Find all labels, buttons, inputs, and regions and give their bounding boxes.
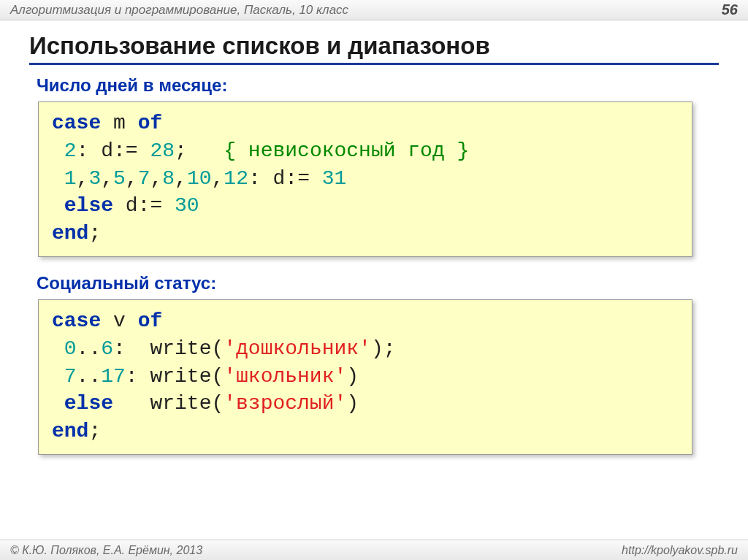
- slide-header: Алгоритмизация и программирование, Паска…: [0, 0, 748, 20]
- title-underline: [29, 63, 719, 65]
- breadcrumb: Алгоритмизация и программирование, Паска…: [10, 3, 348, 18]
- section2-heading: Социальный статус:: [37, 273, 719, 294]
- slide-title: Использование списков и диапазонов: [29, 32, 719, 60]
- code-line: 7..17: write('школьник'): [52, 363, 679, 391]
- code-line: else write('взрослый'): [52, 390, 679, 418]
- code-line: case m of: [52, 110, 679, 137]
- code-line: end;: [52, 220, 679, 248]
- code-line: case v of: [52, 307, 679, 335]
- code-line: 2: d:= 28; { невисокосный год }: [52, 137, 679, 165]
- code-line: end;: [52, 418, 679, 445]
- section1-heading: Число дней в месяце:: [37, 75, 719, 96]
- page-number: 56: [722, 1, 738, 18]
- codebox-days-in-month: case m of 2: d:= 28; { невисокосный год …: [38, 101, 692, 257]
- footer-url: http://kpolyakov.spb.ru: [622, 544, 738, 557]
- code-line: else d:= 30: [52, 192, 679, 220]
- code-line: 1,3,5,7,8,10,12: d:= 31: [52, 165, 679, 193]
- slide-footer: © К.Ю. Поляков, Е.А. Ерёмин, 2013 http:/…: [0, 540, 748, 560]
- code-line: 0..6: write('дошкольник');: [52, 335, 679, 363]
- codebox-social-status: case v of 0..6: write('дошкольник'); 7..…: [38, 299, 692, 455]
- copyright: © К.Ю. Поляков, Е.А. Ерёмин, 2013: [10, 544, 202, 557]
- slide-content: Использование списков и диапазонов Число…: [0, 20, 748, 455]
